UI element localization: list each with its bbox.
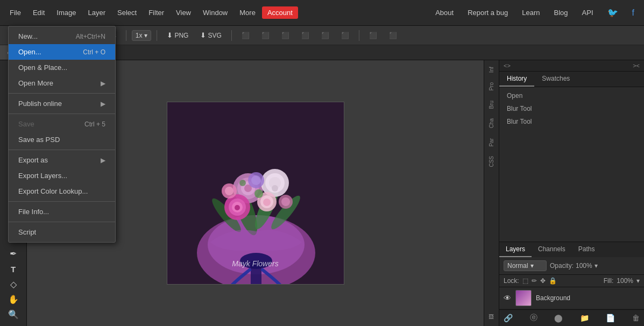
lasso-tool[interactable]: 𝓛 (4, 96, 23, 108)
layer-name: Background (536, 294, 570, 302)
mask-icon[interactable]: ⬤ (554, 314, 563, 322)
menu-more[interactable]: More (234, 6, 261, 19)
healing-tool[interactable]: ⊕ (4, 141, 23, 153)
toolbar-sep-4 (359, 30, 359, 41)
side-label-cha[interactable]: Cha (486, 114, 497, 132)
align-right-icon[interactable]: ⬛ (277, 30, 294, 41)
clone-tool[interactable]: 🆂 (4, 172, 23, 184)
menu-filter[interactable]: Filter (143, 6, 169, 19)
menu-api[interactable]: API (577, 6, 599, 19)
select-tool[interactable]: ⬚ (4, 81, 23, 93)
brush-tool[interactable]: 🖌 (4, 157, 23, 168)
facebook-icon[interactable]: f (627, 6, 640, 20)
toolbar-transform-controls[interactable]: ⟳ transform controls (4, 30, 72, 41)
fill-chevron-icon: ▾ (636, 277, 640, 285)
align-left-icon[interactable]: ⬛ (237, 30, 254, 41)
menu-window[interactable]: Window (197, 6, 233, 19)
align-top-icon[interactable]: ⬛ (297, 30, 314, 41)
export-svg-button[interactable]: ⬇ SVG (196, 30, 225, 41)
lock-all-icon[interactable]: 🔒 (549, 277, 557, 285)
history-item-blur1[interactable]: Blur Tool (499, 102, 644, 115)
history-item-blur2[interactable]: Blur Tool (499, 115, 644, 128)
layer-visibility-icon[interactable]: 👁 (504, 294, 511, 302)
eyedropper-tool[interactable]: ✏ (4, 126, 23, 138)
collapse-left-icon[interactable]: <> (504, 62, 511, 69)
tab-close-icon[interactable]: × (30, 49, 33, 55)
lock-move-icon[interactable]: ✥ (540, 277, 546, 285)
menu-layer[interactable]: Layer (83, 6, 111, 19)
new-layer-icon[interactable]: 📄 (606, 314, 615, 322)
tab-label: online- (8, 49, 27, 56)
canvas-tab[interactable]: online- × (0, 45, 41, 60)
menu-edit[interactable]: Edit (27, 6, 50, 19)
pen-tool[interactable]: ✒ (4, 248, 23, 260)
crop-tool[interactable]: ⊡ (4, 111, 23, 123)
menu-image[interactable]: Image (51, 6, 81, 19)
side-label-bru[interactable]: Bru (486, 96, 497, 114)
zoom-dropdown[interactable]: 1x ▾ (132, 30, 152, 41)
lock-pixels-icon[interactable]: ⬚ (522, 277, 528, 285)
chevron-down-icon: ▾ (144, 32, 147, 39)
shape-tool[interactable]: ◇ (4, 278, 23, 290)
canvas-svg: Mayk Flowers ✾ (167, 102, 344, 285)
lock-controls: Lock: ⬚ ✏ ✥ 🔒 Fill: 100% ▾ (499, 275, 644, 287)
move-tool[interactable]: ✥ (4, 66, 23, 77)
menu-select[interactable]: Select (112, 6, 142, 19)
effects-icon[interactable]: ⓔ (530, 313, 537, 323)
collapse-right-icon[interactable]: >< (633, 62, 640, 69)
side-label-inf[interactable]: Inf (486, 62, 497, 77)
menu-bar: File Edit Image Layer Select Filter View… (0, 0, 644, 26)
svg-point-30 (281, 197, 290, 206)
toolbar-distances[interactable]: Distances (75, 30, 121, 41)
hand-tool[interactable]: ✋ (4, 294, 23, 306)
eraser-tool[interactable]: ◻ (4, 187, 23, 199)
align-bottom-icon[interactable]: ⬛ (337, 30, 353, 41)
arrange-icon[interactable]: ⬛ (385, 30, 401, 41)
zoom-tool[interactable]: 🔍 (4, 309, 23, 321)
gradient-tool[interactable]: ▦ (4, 202, 23, 214)
toolbar: ⟳ transform controls Distances 1x ▾ ⬇ PN… (0, 26, 644, 45)
link-layers-icon[interactable]: 🔗 (504, 314, 513, 322)
side-label-css[interactable]: CSS (486, 152, 497, 172)
canvas-image: Mayk Flowers ✾ Mayk Flowers (167, 102, 344, 285)
fill-value: 100% (617, 277, 633, 285)
align-center-icon[interactable]: ⬛ (257, 30, 274, 41)
side-label-image[interactable]: 🖼 (486, 310, 497, 324)
twitter-icon[interactable]: 🐦 (602, 5, 624, 20)
dodge-tool[interactable]: ○ (4, 233, 23, 245)
blend-mode-dropdown[interactable]: Normal ▾ (504, 260, 547, 271)
menu-account[interactable]: Account (262, 6, 298, 19)
side-label-pro[interactable]: Pro (486, 78, 497, 95)
tab-swatches[interactable]: Swatches (534, 72, 577, 87)
align-middle-icon[interactable]: ⬛ (317, 30, 334, 41)
layer-thumbnail (515, 290, 532, 306)
distribute-icon[interactable]: ⬛ (365, 30, 381, 41)
fill-label: Fill: (604, 277, 614, 285)
menu-file[interactable]: File (4, 6, 26, 19)
distances-checkbox[interactable] (79, 32, 86, 39)
tab-history[interactable]: History (499, 72, 534, 87)
menu-report-bug[interactable]: Report a bug (462, 6, 513, 19)
delete-layer-icon[interactable]: 🗑 (632, 314, 640, 322)
menu-about[interactable]: About (430, 6, 459, 19)
toolbar-sep-2 (157, 30, 157, 41)
menu-learn[interactable]: Learn (516, 6, 545, 19)
svg-point-28 (225, 187, 233, 195)
side-label-par[interactable]: Par (486, 134, 497, 151)
export-png-button[interactable]: ⬇ PNG (162, 30, 193, 41)
layer-row[interactable]: 👁 Background (499, 287, 644, 309)
tab-paths[interactable]: Paths (572, 242, 601, 257)
text-tool[interactable]: T (4, 263, 23, 275)
menu-view[interactable]: View (171, 6, 196, 19)
panel-bottom: 🔗 ⓔ ⬤ 📁 📄 🗑 (499, 309, 644, 326)
history-item-open[interactable]: Open (499, 89, 644, 102)
menu-blog[interactable]: Blog (549, 6, 574, 19)
tab-layers[interactable]: Layers (499, 242, 532, 257)
lock-brush-icon[interactable]: ✏ (532, 277, 537, 285)
folder-icon[interactable]: 📁 (580, 314, 589, 322)
main-layout: ✥ ⬚ 𝓛 ⊡ ✏ ⊕ 🖌 🆂 ◻ ▦ 💧 ○ ✒ T ◇ ✋ 🔍 (0, 60, 644, 326)
blend-mode-value: Normal (507, 262, 528, 270)
tab-channels[interactable]: Channels (532, 242, 572, 257)
layers-tabs: Layers Channels Paths (499, 242, 644, 257)
blur-tool[interactable]: 💧 (4, 217, 23, 229)
